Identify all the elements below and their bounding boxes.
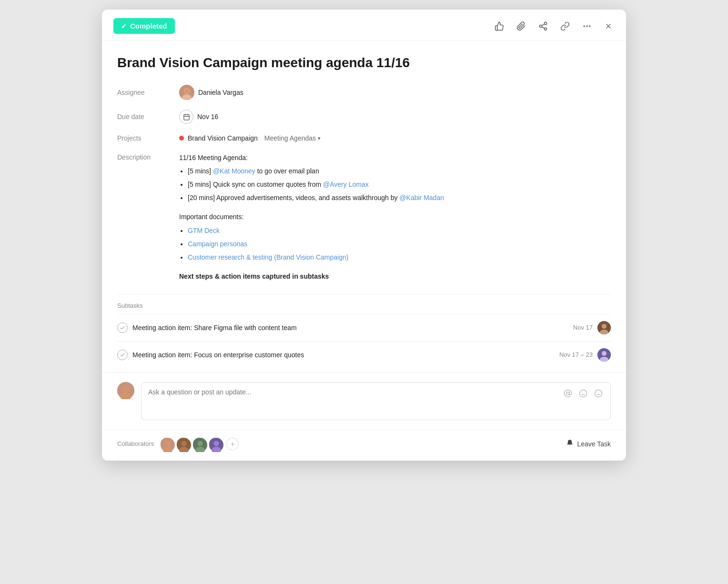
- due-date-label: Due date: [117, 113, 179, 121]
- task-title: Brand Vision Campaign meeting agenda 11/…: [117, 54, 611, 71]
- modal-header: ✓ Completed: [102, 10, 626, 41]
- project-section-tag[interactable]: Meeting Agendas ▾: [262, 133, 324, 143]
- doc-research: Customer research & testing (Brand Visio…: [188, 252, 444, 263]
- description-content: 11/16 Meeting Agenda: [5 mins] @Kat Moon…: [179, 152, 444, 282]
- link-button[interactable]: [558, 20, 572, 32]
- leave-task-label: Leave Task: [577, 440, 611, 448]
- close-button[interactable]: [602, 21, 615, 31]
- comment-input-wrap[interactable]: [141, 382, 611, 420]
- svg-rect-14: [183, 114, 189, 120]
- doc-research-link[interactable]: Customer research & testing (Brand Visio…: [188, 253, 348, 261]
- svg-point-31: [595, 390, 602, 397]
- more-options-button[interactable]: [580, 20, 594, 32]
- svg-point-22: [602, 351, 607, 356]
- subtask-2-title: Meeting action item: Focus on enterprise…: [132, 351, 304, 359]
- description-heading: 11/16 Meeting Agenda:: [179, 152, 444, 164]
- project-name[interactable]: Brand Vision Campaign: [188, 134, 258, 142]
- due-date-text: Nov 16: [197, 113, 218, 121]
- important-docs-list: GTM Deck Campaign personas Customer rese…: [179, 225, 444, 263]
- leave-task-button[interactable]: Leave Task: [566, 439, 611, 449]
- calendar-icon: [179, 110, 193, 124]
- important-docs-heading: Important documents:: [179, 211, 444, 223]
- subtask-1-title: Meeting action item: Share Figma file wi…: [132, 324, 297, 332]
- header-actions: [493, 20, 615, 32]
- subtask-1-avatar: [597, 321, 611, 334]
- assignee-label: Assignee: [117, 89, 179, 96]
- at-mention-button[interactable]: [563, 388, 573, 399]
- svg-point-19: [602, 324, 607, 329]
- description-item-1: [5 mins] @Kat Mooney to go over email pl…: [188, 166, 444, 177]
- due-date-row: Due date Nov 16: [117, 110, 611, 124]
- subtask-row-2[interactable]: Meeting action item: Focus on enterprise…: [117, 341, 611, 368]
- doc-personas-link[interactable]: Campaign personas: [188, 240, 247, 248]
- mention-avery[interactable]: @Avery Lomax: [323, 181, 369, 188]
- task-modal: ✓ Completed Brand Vision Ca: [102, 10, 626, 461]
- plus-icon: +: [231, 440, 234, 448]
- subtask-1-check[interactable]: [117, 322, 128, 333]
- attachment-button[interactable]: [515, 20, 528, 32]
- collaborators-label: Collaborators: [117, 440, 154, 447]
- share-button[interactable]: [536, 20, 550, 32]
- reactions-button[interactable]: [593, 388, 604, 399]
- projects-value: Brand Vision Campaign Meeting Agendas ▾: [179, 133, 324, 143]
- emoji-button[interactable]: [578, 388, 588, 399]
- svg-point-1: [540, 25, 542, 27]
- description-item-2: [5 mins] Quick sync on customer quotes f…: [188, 179, 444, 191]
- completed-label: Completed: [130, 22, 167, 30]
- important-docs-section: Important documents: GTM Deck Campaign p…: [179, 211, 444, 263]
- description-item-3: [20 mins] Approved advertisements, video…: [188, 192, 444, 204]
- svg-point-7: [589, 25, 590, 27]
- doc-personas: Campaign personas: [188, 239, 444, 250]
- assignee-avatar: [179, 85, 194, 100]
- svg-point-44: [214, 441, 219, 446]
- thumbs-up-button[interactable]: [493, 20, 506, 32]
- svg-point-27: [566, 392, 569, 395]
- subtask-1-left: Meeting action item: Share Figma file wi…: [117, 322, 297, 333]
- subtask-1-right: Nov 17: [573, 321, 611, 334]
- collaborator-avatar-2: [176, 437, 190, 451]
- projects-row: Projects Brand Vision Campaign Meeting A…: [117, 133, 611, 143]
- collaborators-section: Collaborators: [117, 437, 239, 451]
- svg-point-41: [198, 441, 203, 446]
- description-label: Description: [117, 152, 179, 161]
- comment-input[interactable]: [148, 388, 563, 411]
- modal-body: Brand Vision Campaign meeting agenda 11/…: [102, 41, 626, 282]
- svg-point-38: [182, 441, 187, 446]
- subtasks-section: Subtasks Meeting action item: Share Figm…: [102, 294, 626, 368]
- svg-line-4: [542, 24, 545, 25]
- comment-section: [102, 372, 626, 430]
- chevron-down-icon: ▾: [318, 135, 321, 141]
- svg-point-28: [580, 390, 587, 397]
- subtask-2-check[interactable]: [117, 350, 128, 360]
- description-list: [5 mins] @Kat Mooney to go over email pl…: [179, 166, 444, 203]
- comment-icons: [563, 388, 604, 399]
- subtask-1-date: Nov 17: [573, 324, 593, 331]
- svg-point-0: [545, 22, 547, 24]
- add-collaborator-button[interactable]: +: [226, 438, 239, 450]
- subtask-2-left: Meeting action item: Focus on enterprise…: [117, 350, 304, 360]
- svg-line-3: [542, 27, 545, 28]
- collaborator-avatar-1: [160, 437, 174, 451]
- mention-kat[interactable]: @Kat Mooney: [213, 167, 255, 175]
- collab-avatars: [160, 437, 222, 451]
- assignee-value[interactable]: Daniela Vargas: [179, 85, 243, 100]
- doc-gtm: GTM Deck: [188, 225, 444, 237]
- next-steps-text: Next steps & action items captured in su…: [179, 271, 444, 282]
- assignee-name: Daniela Vargas: [198, 89, 243, 96]
- projects-label: Projects: [117, 134, 179, 142]
- svg-point-6: [586, 25, 587, 27]
- mention-kabir[interactable]: @Kabir Madan: [399, 194, 444, 201]
- doc-gtm-link[interactable]: GTM Deck: [188, 227, 220, 234]
- subtask-row-1[interactable]: Meeting action item: Share Figma file wi…: [117, 314, 611, 341]
- project-section-name: Meeting Agendas: [264, 134, 316, 142]
- modal-footer: Collaborators: [102, 430, 626, 461]
- subtask-2-avatar: [597, 348, 611, 362]
- project-dot: [179, 136, 184, 141]
- due-date-value[interactable]: Nov 16: [179, 110, 218, 124]
- collaborator-avatar-4: [208, 437, 222, 451]
- subtask-2-right: Nov 17 – 23: [559, 348, 611, 362]
- subtask-2-date: Nov 17 – 23: [559, 351, 593, 358]
- svg-point-2: [545, 28, 547, 30]
- description-section: Description 11/16 Meeting Agenda: [5 min…: [117, 152, 611, 282]
- completed-button[interactable]: ✓ Completed: [113, 18, 175, 34]
